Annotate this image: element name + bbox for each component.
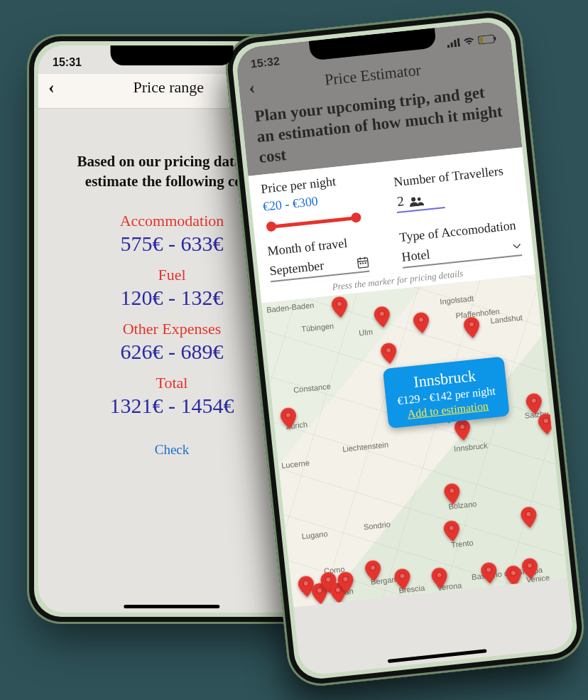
map-pin[interactable] bbox=[393, 568, 411, 591]
map-pin[interactable] bbox=[538, 413, 555, 436]
back-button[interactable]: ‹ bbox=[48, 78, 55, 97]
svg-rect-14 bbox=[362, 263, 364, 264]
battery-low-icon bbox=[478, 34, 497, 45]
slider-knob-max[interactable] bbox=[351, 212, 361, 223]
city-label: Lucerne bbox=[281, 458, 310, 470]
city-label: Baden-Baden bbox=[266, 301, 315, 314]
travellers-count: 2 bbox=[396, 193, 405, 210]
map-pin[interactable] bbox=[463, 316, 481, 339]
calendar-icon bbox=[356, 254, 369, 270]
map-pin[interactable] bbox=[443, 483, 461, 505]
svg-rect-0 bbox=[447, 45, 450, 48]
svg-rect-6 bbox=[479, 37, 484, 43]
svg-rect-3 bbox=[457, 38, 460, 47]
svg-rect-15 bbox=[365, 262, 366, 264]
city-label: Lugano bbox=[301, 529, 328, 541]
wifi-icon bbox=[463, 36, 475, 46]
city-label: Sondrio bbox=[363, 520, 391, 532]
svg-rect-12 bbox=[364, 257, 366, 259]
map-pin[interactable] bbox=[380, 343, 398, 365]
svg-rect-13 bbox=[360, 263, 361, 264]
map-pin[interactable] bbox=[520, 506, 538, 529]
map-pin[interactable] bbox=[480, 562, 498, 585]
type-value: Hotel bbox=[401, 247, 431, 265]
svg-point-7 bbox=[410, 197, 415, 202]
map-pin[interactable] bbox=[364, 560, 382, 583]
svg-line-10 bbox=[358, 261, 368, 262]
cost-value-total: 1321€ - 1454€ bbox=[53, 394, 291, 418]
city-label: Ulm bbox=[359, 328, 374, 338]
month-value: September bbox=[269, 259, 325, 279]
back-button[interactable]: ‹ bbox=[248, 78, 256, 97]
check-link[interactable]: Check bbox=[53, 442, 291, 458]
city-label: Constance bbox=[293, 382, 332, 394]
map-pin[interactable] bbox=[413, 312, 430, 335]
status-time: 15:31 bbox=[53, 56, 82, 69]
map-pin[interactable] bbox=[431, 567, 449, 590]
map-pin[interactable] bbox=[374, 306, 391, 328]
city-label: Ingolstadt bbox=[440, 294, 474, 306]
map-pin[interactable] bbox=[280, 407, 298, 430]
home-indicator bbox=[388, 649, 486, 663]
slider-knob-min[interactable] bbox=[266, 221, 276, 232]
home-indicator bbox=[124, 605, 219, 608]
notch bbox=[111, 45, 234, 65]
svg-rect-11 bbox=[359, 257, 361, 259]
status-time: 15:32 bbox=[250, 55, 281, 70]
chevron-down-icon bbox=[512, 237, 522, 253]
map-pin[interactable] bbox=[337, 571, 355, 594]
travellers-label: Number of Travellers bbox=[393, 163, 513, 190]
people-icon bbox=[408, 191, 425, 208]
price-callout: Innsbruck €129 - €142 per night Add to e… bbox=[383, 357, 510, 429]
map-pin[interactable] bbox=[521, 557, 539, 580]
map-pin[interactable] bbox=[443, 520, 461, 543]
city-label: Liechtenstein bbox=[342, 440, 389, 453]
cost-label-total: Total bbox=[53, 374, 291, 392]
map[interactable]: Baden-Baden Tübingen Ulm Ingolstadt Pfaf… bbox=[261, 274, 567, 607]
svg-rect-2 bbox=[454, 40, 457, 47]
signal-icon bbox=[447, 38, 460, 48]
travellers-field[interactable]: 2 bbox=[395, 188, 445, 213]
svg-point-8 bbox=[417, 198, 420, 201]
svg-rect-1 bbox=[450, 43, 453, 48]
map-pin[interactable] bbox=[526, 393, 543, 416]
map-pin-innsbruck[interactable] bbox=[454, 419, 472, 441]
map-pin[interactable] bbox=[505, 565, 523, 588]
map-pin[interactable] bbox=[331, 296, 349, 318]
city-label: Innsbruck bbox=[454, 441, 489, 453]
city-label: Tübingen bbox=[301, 322, 334, 334]
